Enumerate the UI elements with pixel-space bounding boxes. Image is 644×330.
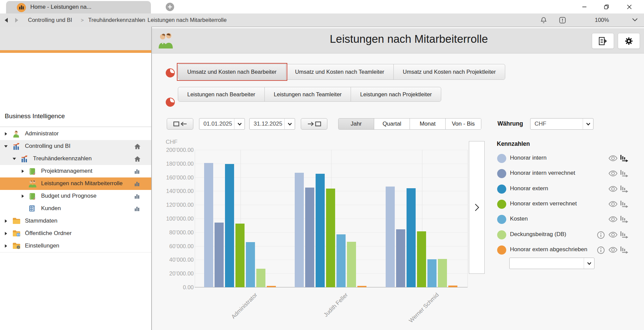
date-to-select[interactable]: 31.12.2025 <box>249 118 295 130</box>
drilldown-chart-icon[interactable] <box>620 169 629 177</box>
period-mode-quartal[interactable]: Quartal <box>374 119 410 129</box>
chart-bar[interactable] <box>417 231 426 287</box>
nav-forward-icon[interactable] <box>13 17 20 23</box>
tree-item-budget-und-prognose[interactable]: Budget und Prognose <box>0 190 151 203</box>
breadcrumb-item[interactable]: Controlling und BI <box>28 13 72 27</box>
new-tab-button[interactable] <box>166 3 174 11</box>
app-tab[interactable]: Home - Leistungen na... <box>6 1 151 13</box>
restore-button[interactable] <box>599 0 614 13</box>
info-icon[interactable] <box>597 231 605 239</box>
chart-bar[interactable] <box>215 223 224 287</box>
collapse-arrow-icon[interactable] <box>12 157 16 161</box>
drilldown-chart-icon[interactable] <box>620 215 629 223</box>
leistungen-view-button[interactable]: Leistungen nach Bearbeiter <box>178 87 265 101</box>
legend-extra-select[interactable] <box>509 258 594 269</box>
tree-item-stammdaten[interactable]: Stammdaten <box>0 215 151 228</box>
visibility-eye-icon[interactable] <box>608 246 618 253</box>
tree-item-controlling-und-bi[interactable]: Controlling und BI <box>0 140 151 153</box>
breadcrumb-item[interactable]: Leistungen nach Mitarbeiterrolle <box>148 13 227 27</box>
y-axis-tick-label: 100’000.00 <box>157 216 194 222</box>
breadcrumb-item[interactable]: Treuhänderkennzahlen <box>88 13 145 27</box>
currency-select[interactable]: CHF <box>530 118 593 130</box>
notifications-bell-icon[interactable] <box>540 16 547 24</box>
chevron-down-icon[interactable] <box>632 18 638 22</box>
period-mode-jahr[interactable]: Jahr <box>339 119 374 129</box>
info-icon[interactable] <box>597 246 605 254</box>
umsatz-view-button[interactable]: Umsatz und Kosten nach Bearbeiter <box>178 64 286 79</box>
sidebar-panel: Business Intelligence AdministratorContr… <box>0 53 151 330</box>
chart-bar[interactable] <box>326 189 335 287</box>
visibility-eye-icon[interactable] <box>608 201 618 207</box>
drilldown-chart-icon[interactable] <box>620 154 629 162</box>
expand-arrow-icon[interactable] <box>4 232 8 235</box>
drilldown-chart-icon[interactable] <box>620 200 629 208</box>
chart-bar[interactable] <box>295 173 304 287</box>
expand-arrow-icon[interactable] <box>4 244 8 248</box>
tree-item-einstellungen[interactable]: Einstellungen <box>0 240 151 253</box>
expand-arrow-icon[interactable] <box>21 169 25 173</box>
chart-bar[interactable] <box>386 187 395 287</box>
chart-bar[interactable] <box>305 188 314 287</box>
legend-color-dot <box>497 200 506 209</box>
expand-arrow-icon[interactable] <box>4 219 8 223</box>
tree-item-leistungen-nach-mitarbeiterrolle[interactable]: Leistungen nach Mitarbeiterrolle <box>0 177 151 190</box>
period-back-button[interactable] <box>167 118 193 130</box>
tree-item--ffentliche-ordner[interactable]: Öffentliche Ordner <box>0 227 151 240</box>
chart-bar[interactable] <box>347 242 356 287</box>
collapse-arrow-icon[interactable] <box>4 144 8 148</box>
y-axis-tick-label: 120’000.00 <box>157 202 194 208</box>
chart-bar[interactable] <box>225 164 234 287</box>
nav-back-icon[interactable] <box>3 17 9 23</box>
umsatz-view-button[interactable]: Umsatz und Kosten nach Teamleiter <box>286 64 394 79</box>
minimize-button[interactable] <box>577 0 592 13</box>
legend-title: Kennzahlen <box>497 140 530 147</box>
chart-bar[interactable] <box>396 229 405 287</box>
visibility-eye-icon[interactable] <box>608 186 618 192</box>
period-mode-von-bis[interactable]: Von - Bis <box>446 119 481 129</box>
period-forward-button[interactable] <box>301 118 327 130</box>
chart-bar[interactable] <box>235 224 245 287</box>
legend-item: Honorar extern verrechnet <box>495 196 644 212</box>
visibility-eye-icon[interactable] <box>608 216 618 223</box>
expand-arrow-icon[interactable] <box>4 132 8 136</box>
drilldown-chart-icon[interactable] <box>620 246 629 254</box>
chart-bar[interactable] <box>438 259 447 287</box>
period-mode-monat[interactable]: Monat <box>410 119 446 129</box>
settings-gear-icon[interactable] <box>618 33 640 49</box>
zoom-level[interactable]: 100% <box>595 13 609 27</box>
date-to-value: 31.12.2025 <box>250 121 284 127</box>
chart-bar[interactable] <box>357 286 366 287</box>
y-axis-tick-label: 80’000.00 <box>157 229 194 236</box>
leistungen-view-button[interactable]: Leistungen nach Teamleiter <box>265 87 351 101</box>
visibility-eye-icon[interactable] <box>608 170 618 177</box>
chart-bar[interactable] <box>267 286 276 287</box>
drilldown-chart-icon[interactable] <box>620 185 629 193</box>
visibility-eye-icon[interactable] <box>608 231 618 238</box>
legend-item-label: Honorar extern verrechnet <box>510 200 577 207</box>
tree-item-kunden[interactable]: Kunden <box>0 202 151 215</box>
report-export-button[interactable] <box>592 33 614 49</box>
tree-item-administrator[interactable]: Administrator <box>0 128 151 140</box>
panel-expand-button[interactable] <box>469 141 485 274</box>
chart-bar[interactable] <box>316 174 325 287</box>
close-button[interactable] <box>621 0 637 13</box>
book-icon <box>28 192 36 200</box>
alerts-icon[interactable] <box>559 16 566 24</box>
chart-bar[interactable] <box>256 269 265 287</box>
leistungen-view-button[interactable]: Leistungen nach Projektleiter <box>351 87 441 101</box>
umsatz-view-button[interactable]: Umsatz und Kosten nach Projektleiter <box>394 64 505 79</box>
tree-item-treuh-nderkennzahlen[interactable]: Treuhänderkennzahlen <box>0 153 151 165</box>
visibility-eye-icon[interactable] <box>608 155 618 162</box>
tree-item-projektmanagement[interactable]: Projektmanagement <box>0 165 151 178</box>
legend-color-dot <box>497 154 506 163</box>
chart-bar[interactable] <box>246 242 255 287</box>
book-icon <box>28 167 36 175</box>
chart-bar[interactable] <box>448 286 457 287</box>
chart-bar[interactable] <box>407 188 416 287</box>
date-from-select[interactable]: 01.01.2025 <box>199 118 245 130</box>
drilldown-chart-icon[interactable] <box>620 231 629 239</box>
chart-bar[interactable] <box>204 163 213 287</box>
chart-bar[interactable] <box>427 259 437 287</box>
expand-arrow-icon[interactable] <box>21 194 25 198</box>
chart-bar[interactable] <box>336 234 346 287</box>
